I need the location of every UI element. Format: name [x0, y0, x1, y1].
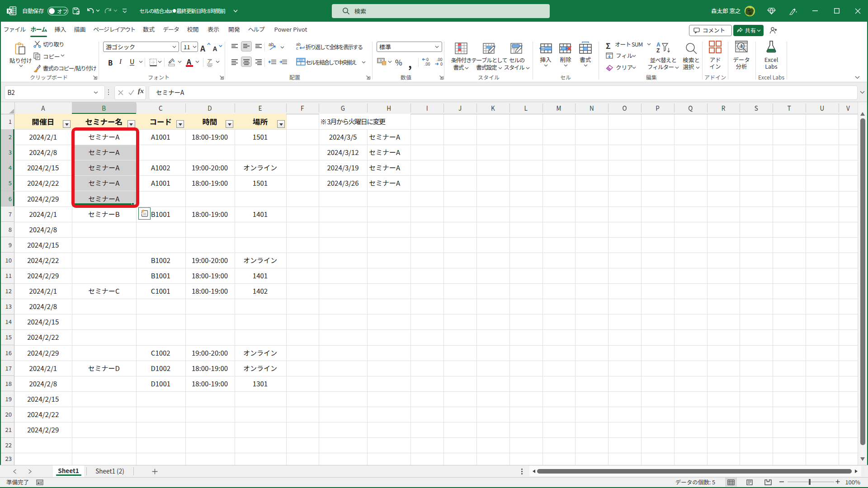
svg-text:.00: .00	[425, 61, 430, 66]
svg-text:ab: ab	[269, 42, 274, 47]
svg-text:A: A	[656, 42, 660, 48]
svg-text:c: c	[296, 46, 298, 51]
svg-text:Z: Z	[656, 47, 660, 54]
